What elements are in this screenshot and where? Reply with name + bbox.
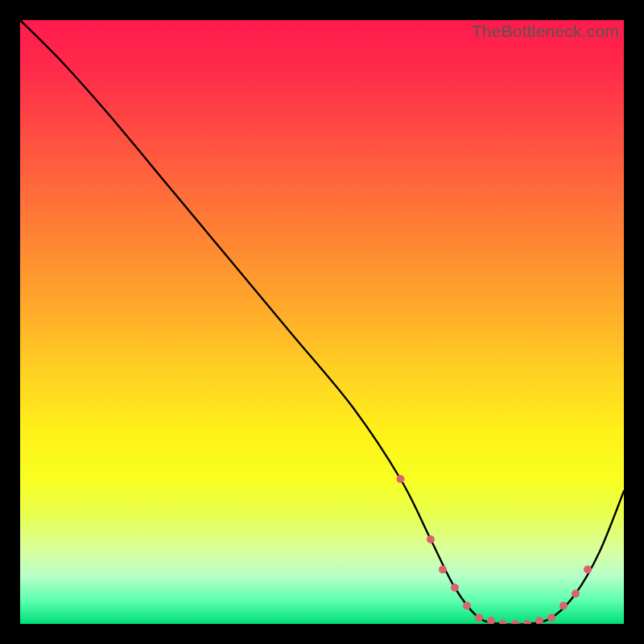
marker-point [487, 617, 495, 624]
marker-point [584, 566, 592, 574]
plot-area: TheBottleneck.com [20, 20, 624, 624]
marker-point [397, 475, 405, 483]
curve-layer [20, 20, 624, 624]
marker-point [535, 617, 543, 624]
bottleneck-curve [20, 20, 624, 624]
highlight-markers [397, 475, 592, 624]
marker-point [511, 620, 519, 624]
marker-point [427, 535, 435, 543]
marker-point [439, 566, 447, 574]
marker-point [475, 614, 483, 622]
marker-point [499, 620, 507, 624]
marker-point [451, 584, 459, 592]
marker-point [463, 602, 471, 610]
marker-point [523, 620, 531, 624]
marker-point [559, 602, 568, 610]
chart-frame: TheBottleneck.com [0, 0, 644, 644]
marker-point [547, 614, 555, 622]
marker-point [572, 590, 580, 598]
